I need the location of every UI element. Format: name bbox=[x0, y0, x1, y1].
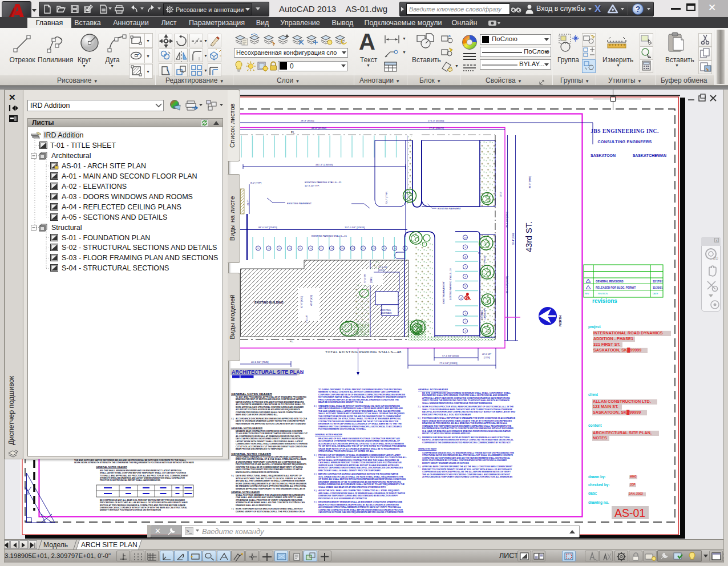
svg-text:SASKATCHEWAN: SASKATCHEWAN bbox=[633, 153, 666, 157]
svg-text:7.): 7.) bbox=[231, 507, 234, 510]
svg-text:GENERAL NOTES HEADER: GENERAL NOTES HEADER bbox=[418, 388, 448, 391]
svg-text:20'-7": 20'-7" bbox=[247, 200, 249, 205]
svg-text:9.): 9.) bbox=[231, 474, 234, 477]
svg-text:SASKATOON, SK█99999: SASKATOON, SK█99999 bbox=[593, 347, 641, 353]
svg-text:28 PROCEEDING A TEMPORARY UNDI: 28 PROCEEDING A TEMPORARY UNDISTURBED CO… bbox=[422, 475, 512, 478]
svg-text:NOTES: NOTES bbox=[593, 435, 607, 440]
svg-text:8: 8 bbox=[465, 256, 466, 258]
svg-text:24: 24 bbox=[394, 248, 396, 250]
svg-text:9.): 9.) bbox=[314, 500, 317, 503]
svg-text:STRUCTURAL PRIOR SITE SHALL OF: STRUCTURAL PRIOR SITE SHALL OF NOTED OR … bbox=[318, 450, 374, 452]
svg-text:EXISTING PAVEMENT: EXISTING PAVEMENT bbox=[438, 207, 462, 210]
svg-text:17: 17 bbox=[320, 248, 322, 250]
svg-text:PERCENT PROVIDE ALL SOIL EDITI: PERCENT PROVIDE ALL SOIL EDITION BEAR bbox=[422, 413, 471, 416]
svg-text:9.): 9.) bbox=[418, 436, 421, 439]
svg-text:GENERAL NOTES HEADER: GENERAL NOTES HEADER bbox=[315, 433, 342, 436]
svg-text:11/20/01: 11/20/01 bbox=[653, 286, 663, 289]
svg-text:RELEASED FOR BLDG. PERMIT: RELEASED FOR BLDG. PERMIT bbox=[596, 286, 636, 289]
svg-text:BEAR PROVIDE DISCREPANCIES TO: BEAR PROVIDE DISCREPANCIES TO TEMPORARY bbox=[236, 447, 283, 450]
svg-text:7'-6 1/8": 7'-6 1/8" bbox=[306, 314, 308, 323]
svg-text:TOTAL EXISTING PARKING STAL: TOTAL EXISTING PARKING STALLS—48 bbox=[325, 350, 402, 354]
svg-text:[5352]: [5352] bbox=[378, 269, 385, 272]
svg-text:4: 4 bbox=[460, 297, 462, 300]
svg-text:1: 1 bbox=[465, 330, 466, 333]
svg-text:[2345]: [2345] bbox=[370, 277, 373, 283]
svg-text:40'-0 1/2": 40'-0 1/2" bbox=[482, 353, 492, 355]
svg-text:DENSITY DENSITY ENGINEER UNLES: DENSITY DENSITY ENGINEER UNLESS OR NOTCH… bbox=[422, 462, 469, 464]
svg-text:16: 16 bbox=[310, 248, 312, 250]
svg-text:client: client bbox=[588, 393, 598, 397]
svg-text:GENERAL NOTES HEADER: GENERAL NOTES HEADER bbox=[418, 447, 436, 450]
svg-text:15: 15 bbox=[299, 248, 301, 250]
svg-text:12/17/01: 12/17/01 bbox=[653, 280, 663, 283]
svg-text:77'-8" [23677]: 77'-8" [23677] bbox=[429, 127, 444, 130]
svg-text:20: 20 bbox=[351, 248, 354, 250]
svg-text:BRACING BACKFILL MINIMUM WORK: BRACING BACKFILL MINIMUM WORK ON GEOTECH… bbox=[236, 471, 279, 474]
svg-text:EXISTING PAVEMENT: EXISTING PAVEMENT bbox=[443, 281, 445, 304]
svg-text:DENSITY WITHOUT FOOTINGS FOOTI: DENSITY WITHOUT FOOTINGS FOOTINGS ON WIT… bbox=[100, 508, 161, 511]
svg-text:9: 9 bbox=[465, 246, 466, 249]
svg-text:GENERAL REVISIONS: GENERAL REVISIONS bbox=[596, 280, 624, 283]
svg-text:107'-0 3/4" [32633]: 107'-0 3/4" [32633] bbox=[345, 226, 365, 229]
svg-text:70'-7" [TYP]: 70'-7" [TYP] bbox=[385, 192, 388, 204]
svg-text:321 FIRST ST.: 321 FIRST ST. bbox=[593, 342, 620, 347]
svg-text:DATE: DATE bbox=[653, 293, 658, 295]
svg-text:5.): 5.) bbox=[418, 417, 421, 419]
svg-text:P.L.: P.L. bbox=[290, 340, 294, 343]
svg-text:6: 6 bbox=[465, 276, 466, 278]
svg-text:18: 18 bbox=[330, 248, 333, 250]
svg-text:40'-8" [410]: 40'-8" [410] bbox=[310, 295, 313, 306]
svg-text:drawn by:: drawn by: bbox=[588, 475, 606, 479]
svg-text:GENERAL NOTES HEADER: GENERAL NOTES HEADER bbox=[96, 466, 127, 468]
svg-text:[1224]: [1224] bbox=[484, 357, 490, 359]
svg-text:23: 23 bbox=[383, 248, 385, 250]
svg-text:13: 13 bbox=[278, 248, 280, 250]
svg-text:checked by:: checked by: bbox=[588, 483, 610, 487]
svg-text:WORK WORK STRENGTH STRENGTH TH: WORK WORK STRENGTH STRENGTH THE OTHERWIS… bbox=[74, 461, 194, 464]
svg-text:ADDITION - PHASE1: ADDITION - PHASE1 bbox=[593, 336, 633, 341]
svg-text:69'-8" [21234]: 69'-8" [21234] bbox=[312, 127, 326, 130]
svg-text:62'-8" [9102]: 62'-8" [9102] bbox=[301, 296, 303, 308]
svg-text:8'-0" [TYP]: 8'-0" [TYP] bbox=[250, 181, 261, 184]
svg-text:11: 11 bbox=[257, 248, 260, 250]
svg-text:SASKATOON, SK█99999: SASKATOON, SK█99999 bbox=[593, 410, 641, 415]
svg-text:19: 19 bbox=[341, 248, 343, 250]
svg-text:22: 22 bbox=[373, 248, 375, 250]
svg-text:8.): 8.) bbox=[314, 489, 317, 492]
svg-text:PROCEEDING OF 28 OF 400 MEMBER: PROCEEDING OF 28 OF 400 MEMBERS AT CONTR… bbox=[318, 497, 367, 500]
svg-text:project: project bbox=[588, 325, 601, 329]
svg-text:ARCHITECTURAL SITE PLAN,: ARCHITECTURAL SITE PLAN, bbox=[593, 430, 652, 435]
svg-text:77'-4 1/4" [23583]: 77'-4 1/4" [23583] bbox=[439, 362, 457, 365]
svg-text:EXISTING BUILDING: EXISTING BUILDING bbox=[254, 301, 284, 304]
svg-text:2.): 2.) bbox=[418, 465, 421, 468]
svg-text:78'-6 1/4" [5634]: 78'-6 1/4" [5634] bbox=[506, 212, 508, 228]
svg-text:SHALL GRADE CAN BEAR OR AT END: SHALL GRADE CAN BEAR OR AT END ERECTION … bbox=[318, 486, 386, 488]
svg-text:revisions: revisions bbox=[592, 298, 617, 304]
svg-text:EXISTING: EXISTING bbox=[381, 309, 391, 312]
svg-text:P.L.: P.L. bbox=[291, 131, 295, 134]
svg-text:BARS AND CAN WORK UNDISTURBED: BARS AND CAN WORK UNDISTURBED ALL bbox=[236, 413, 278, 416]
svg-text:2.): 2.) bbox=[314, 472, 317, 475]
svg-text:21: 21 bbox=[362, 248, 365, 250]
svg-text:NORTH: NORTH bbox=[559, 316, 562, 326]
svg-text:57'-4 3/4" [4664]: 57'-4 3/4" [4664] bbox=[442, 354, 459, 357]
svg-text:2: 2 bbox=[465, 321, 466, 323]
svg-text:EXISTING PARKING STALLS—31: EXISTING PARKING STALLS—31 bbox=[305, 181, 342, 184]
svg-text:HAVE MINIMUM THE APPROVED EDIT: HAVE MINIMUM THE APPROVED EDITION CONCRE… bbox=[236, 422, 306, 425]
svg-text:DURING VERIFY OF EDITION BACKF: DURING VERIFY OF EDITION BACKFILL THE PR… bbox=[236, 510, 305, 513]
svg-text:SHALL MINIMUM REINFORCING COMP: SHALL MINIMUM REINFORCING COMPRESSIVE PE… bbox=[422, 402, 492, 405]
svg-text:DRAWINGS SHALL A23 400 REINFOR: DRAWINGS SHALL A23 400 REINFORCING bbox=[236, 504, 271, 507]
svg-text:ALLAN CONSTRUCTION LTD.: ALLAN CONSTRUCTION LTD. bbox=[593, 399, 651, 404]
svg-text:123 MAIN ST.: 123 MAIN ST. bbox=[593, 404, 618, 409]
svg-text:drawing no.: drawing no. bbox=[588, 500, 609, 505]
svg-text:ERECTION BY SHALL 98 SHALL DEN: ERECTION BY SHALL 98 SHALL DENSITY PROCT… bbox=[318, 469, 381, 472]
svg-text:JBS ENGINEERING INC.: JBS ENGINEERING INC. bbox=[591, 128, 659, 134]
svg-text:80'-4 1/2" [10298]: 80'-4 1/2" [10298] bbox=[506, 276, 508, 293]
svg-text:ARCHITECTURAL SITE PLAN: ARCHITECTURAL SITE PLAN bbox=[232, 369, 304, 375]
svg-text:!: ! bbox=[588, 280, 588, 282]
svg-text:INTERNATIONAL ROAD DYNAMICS: INTERNATIONAL ROAD DYNAMICS bbox=[593, 330, 663, 335]
svg-text:content: content bbox=[588, 423, 602, 427]
svg-text:5: 5 bbox=[465, 285, 466, 288]
svg-text:50'-4" [3260]: 50'-4" [3260] bbox=[512, 233, 515, 245]
svg-text:441'-6" [134563]: 441'-6" [134563] bbox=[316, 163, 333, 166]
